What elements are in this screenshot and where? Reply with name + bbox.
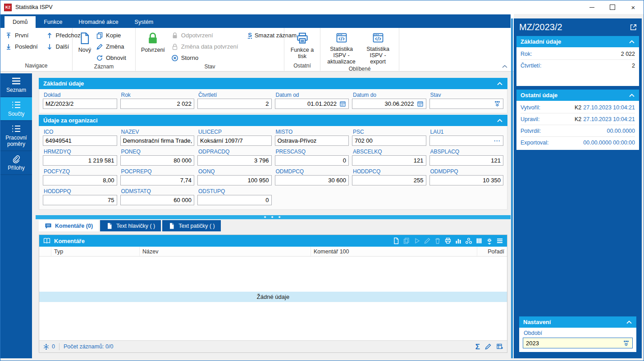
- poneq-input[interactable]: 80 000: [120, 155, 195, 166]
- ispv-export-label: Statistika ISPV - export: [362, 46, 393, 65]
- new-button[interactable]: Nový: [75, 30, 94, 54]
- last-button[interactable]: Poslední: [3, 41, 40, 52]
- grid-header: Komentáře: [39, 235, 507, 247]
- confirm-button[interactable]: Potvrzení: [138, 30, 168, 54]
- pocfyzq-input[interactable]: 8,00: [43, 175, 117, 185]
- chart-icon[interactable]: [455, 237, 462, 244]
- sidebar-item-prilohy[interactable]: Přílohy: [0, 151, 32, 175]
- abscelkq-input[interactable]: 121: [352, 155, 426, 166]
- collapse-icon[interactable]: [629, 93, 635, 98]
- hrmzdyq-input[interactable]: 1 219 581: [43, 155, 117, 166]
- odmstatq-input[interactable]: 60 000: [120, 195, 195, 205]
- grid-body[interactable]: Žádné údaje: [39, 257, 507, 340]
- period-label: Období: [523, 329, 633, 338]
- column-nazev[interactable]: Název: [140, 247, 311, 256]
- lau1-input[interactable]: ···: [429, 135, 504, 146]
- confirm-label: Potvrzení: [141, 47, 165, 53]
- pocprepq-input[interactable]: 7,74: [120, 175, 195, 185]
- stav-input[interactable]: [429, 99, 504, 109]
- ribbon-tab-hromadne-akce[interactable]: Hromadné akce: [70, 16, 126, 28]
- sidebar-item-seznam[interactable]: Seznam: [0, 73, 32, 97]
- nazev-input[interactable]: Demonstrační firma Trade, s: [120, 135, 195, 146]
- field-label: MISTO: [275, 128, 349, 135]
- print-icon[interactable]: [444, 237, 452, 244]
- ispv-export-button[interactable]: Statistika ISPV - export: [360, 30, 396, 66]
- misto-input[interactable]: Ostrava-Přívoz: [275, 135, 349, 146]
- datum-od-input[interactable]: 01.01.2022: [275, 99, 349, 109]
- oonq-input[interactable]: 100 950: [197, 175, 272, 185]
- menu-hamburger-icon[interactable]: [496, 237, 503, 244]
- tab-komentare-label: Komentáře (0): [55, 223, 93, 229]
- group-label-stav: Stav: [138, 63, 281, 71]
- columns-icon[interactable]: [475, 237, 483, 244]
- calendar-icon[interactable]: [417, 100, 424, 107]
- prescasq-input[interactable]: 0: [275, 155, 349, 166]
- minimize-button[interactable]: [581, 0, 602, 14]
- collapse-icon[interactable]: [626, 320, 632, 325]
- close-button[interactable]: ×: [623, 0, 644, 14]
- datum-do-input[interactable]: 30.06.2022: [352, 99, 426, 109]
- settings-gear-icon[interactable]: [486, 237, 493, 244]
- edit-pencil-icon[interactable]: [484, 343, 492, 350]
- odmdppq-input[interactable]: 10 350: [429, 175, 504, 185]
- odpracdq-input[interactable]: 3 796: [197, 155, 272, 166]
- ribbon-group-oblibene: Statistika ISPV - aktualizace Statistika…: [320, 28, 399, 71]
- ispv-update-button[interactable]: Statistika ISPV - aktualizace: [323, 30, 360, 66]
- column-poradi[interactable]: Pořadí: [477, 247, 507, 256]
- ribbon-tab-funkce[interactable]: Funkce: [36, 16, 70, 28]
- new-record-icon[interactable]: [393, 237, 400, 244]
- open-in-window-icon[interactable]: [630, 23, 637, 31]
- odmdpcq-input[interactable]: 30 600: [275, 175, 349, 185]
- table-add-icon[interactable]: [496, 343, 503, 350]
- field-label: ICO: [43, 128, 117, 135]
- odstupq-input[interactable]: 0: [197, 195, 272, 205]
- ulicecp-input[interactable]: Koksární 1097/7: [197, 135, 272, 146]
- panel-section-zakladni: Základní údaje Rok: 2 022 Čtvrtletí: 2: [516, 36, 639, 86]
- workflow-icon[interactable]: [465, 237, 472, 244]
- collapse-icon[interactable]: [629, 40, 635, 44]
- ribbon-tab-domu[interactable]: Domů: [5, 16, 36, 28]
- code-window-icon: [335, 32, 348, 44]
- panel-row-vytvoril: Vytvořil: K227.10.2023 10:04:21: [521, 102, 635, 113]
- maximize-button[interactable]: [602, 0, 623, 14]
- cancel-button[interactable]: Storno: [169, 52, 240, 63]
- ribbon-collapse-icon[interactable]: [502, 64, 508, 69]
- period-input[interactable]: 2023: [523, 338, 633, 348]
- collapse-icon[interactable]: [497, 118, 503, 123]
- ctvrtleti-input[interactable]: 2: [197, 99, 272, 109]
- collapse-icon[interactable]: [497, 81, 503, 86]
- panel-splitter[interactable]: [511, 18, 513, 358]
- field-nazev: NAZEVDemonstrační firma Trade, s: [120, 128, 195, 146]
- ellipsis-picker-icon[interactable]: ···: [494, 138, 501, 144]
- horizontal-splitter[interactable]: ● ● ●: [36, 215, 511, 219]
- change-button[interactable]: Změna: [94, 41, 128, 52]
- tab-text-paticky[interactable]: Text patičky ( ): [162, 220, 221, 231]
- rok-input[interactable]: 2 022: [120, 99, 195, 109]
- ribbon-tabstrip: Domů Funkce Hromadné akce Systém: [0, 14, 511, 28]
- hoddppq-input[interactable]: 75: [43, 195, 117, 205]
- column-select[interactable]: [39, 247, 51, 256]
- hoddpcq-input[interactable]: 255: [352, 175, 426, 185]
- combo-dropdown-icon[interactable]: [494, 100, 501, 107]
- tab-text-hlavicky[interactable]: Text hlavičky ( ): [100, 220, 161, 231]
- print-functions-button[interactable]: Funkce a tisk: [287, 30, 317, 60]
- sum-icon[interactable]: Σ: [475, 343, 480, 351]
- psc-input[interactable]: 702 00: [352, 135, 426, 146]
- ico-input[interactable]: 64949541: [43, 135, 117, 146]
- absplacq-input[interactable]: 121: [429, 155, 504, 166]
- window-title: Statistika ISPV: [15, 4, 53, 10]
- document-icon: [106, 222, 113, 230]
- copy-button[interactable]: Kopie: [94, 30, 128, 41]
- tab-komentare[interactable]: Komentáře (0): [39, 220, 99, 231]
- sidebar-item-soucty[interactable]: Součty: [0, 97, 32, 121]
- combo-dropdown-icon[interactable]: [623, 340, 630, 347]
- ribbon-tab-system[interactable]: Systém: [127, 16, 162, 28]
- sidebar-item-pracovni-pomery[interactable]: Pracovní poměry: [0, 121, 32, 151]
- column-komentar[interactable]: Komentář 100: [311, 247, 477, 256]
- first-button[interactable]: První: [3, 30, 40, 41]
- doklad-input[interactable]: MZ/2023/2: [43, 99, 117, 109]
- refresh-button[interactable]: Obnovit: [94, 52, 128, 63]
- column-typ[interactable]: Typ: [51, 247, 140, 256]
- calendar-icon[interactable]: [339, 100, 346, 107]
- section-title: Základní údaje: [43, 80, 84, 87]
